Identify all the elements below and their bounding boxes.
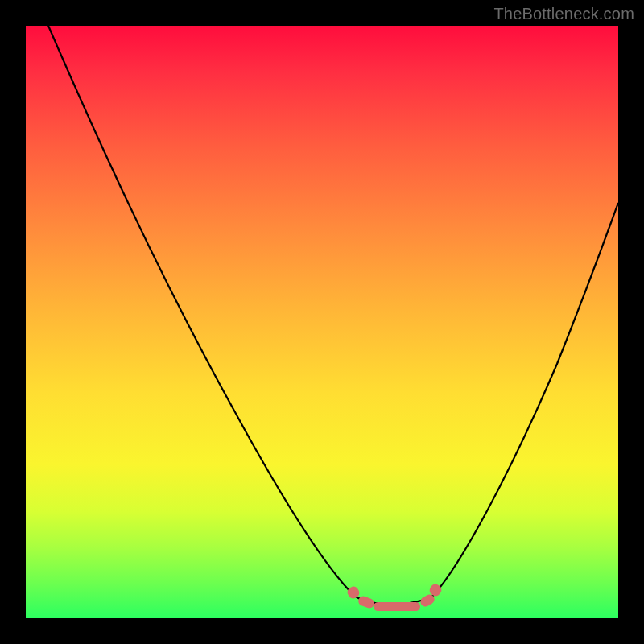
curve-right-branch <box>433 203 618 596</box>
bottleneck-curve <box>26 26 618 618</box>
curve-left-branch <box>48 26 354 596</box>
chart-frame: TheBottleneck.com <box>0 0 644 644</box>
watermark-text: TheBottleneck.com <box>493 5 634 23</box>
plot-area <box>26 26 618 618</box>
trough-segment <box>374 602 420 611</box>
